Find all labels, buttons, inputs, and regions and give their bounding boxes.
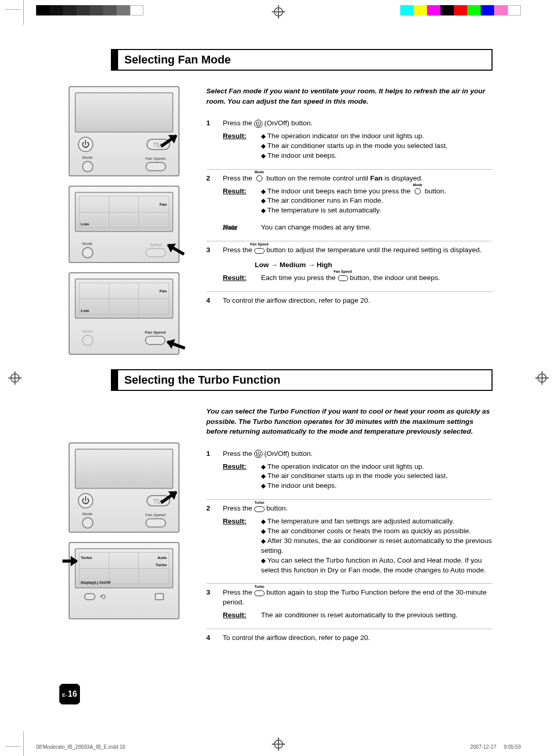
screen-fan-label: Fan: [159, 202, 167, 207]
fan-speed-label: Fan Speed: [145, 330, 166, 335]
fan-speed-button-icon: Fan Speed: [254, 246, 265, 255]
note-text: You can change modes at any time.: [261, 223, 371, 233]
result-item: The operation indicator on the indoor un…: [261, 132, 448, 141]
section-title-turbo: Selecting the Turbo Function: [111, 369, 493, 391]
turbo-intro: You can select the Turbo Function if you…: [206, 406, 493, 437]
result-item: The air conditioner starts up in the mod…: [261, 141, 448, 151]
power-icon: [254, 450, 263, 458]
mode-label: Mode: [82, 155, 92, 160]
mode-button-icon: [82, 247, 93, 258]
result-label: Result: [223, 517, 253, 575]
fan-speed-label: Fan Speed: [145, 156, 166, 161]
screen-turbo-label: Turbo: [155, 563, 167, 567]
fan-step-4: 4 To control the airflow direction, refe…: [206, 291, 493, 316]
print-footer: 08'Moderato_IB_28593A_IB_E.indd 16 2007-…: [36, 744, 521, 750]
fan-speed-button-icon: [145, 518, 166, 528]
speed-sequence: Low → Medium → High: [255, 260, 493, 270]
section-title-fan: Selecting Fan Mode: [111, 49, 493, 71]
mode-button-icon: Mode: [254, 174, 265, 183]
note-label: Note: [223, 223, 253, 233]
crop-mark: [15, 2, 31, 17]
fan-speed-label: Fan Speed: [145, 513, 166, 517]
registration-mark-left: [10, 373, 20, 383]
turbo-step-1: 1 Press the (On/Off) button. Result The …: [206, 445, 493, 500]
fan-step-1: 1 Press the (On/Off) button. Result The …: [206, 114, 493, 169]
crop-mark: [15, 739, 31, 754]
turbo-button-icon: Turbo: [254, 505, 265, 513]
mode-button-icon: [82, 161, 93, 172]
turbo-instructions: You can select the Turbo Function if you…: [206, 406, 493, 653]
temp-pill-icon: ▽|△: [146, 495, 170, 506]
power-icon: ⏻: [78, 137, 93, 152]
result-item: The temperature and fan settings are adj…: [261, 517, 493, 527]
result-label: Result: [223, 132, 253, 161]
fan-step-2: 2 Press the Mode button on the remote co…: [206, 169, 493, 241]
remote-fig-5: Turbo Auto Turbo Display(L) On/Off ⟲: [69, 542, 179, 619]
small-button-icon: [155, 593, 164, 600]
mode-label: Mode: [82, 241, 92, 246]
result-item: The air conditioner cools or heats the r…: [261, 527, 493, 536]
color-bar: [400, 5, 521, 15]
result-label: Result: [223, 273, 253, 283]
result-item: The indoor unit beeps.: [261, 151, 448, 161]
result-item: The indoor unit beeps.: [261, 481, 448, 491]
small-button-icon: [84, 593, 95, 600]
mode-label: Mode: [82, 512, 92, 516]
grayscale-bar: [36, 5, 143, 15]
remote-illustrations-turbo: ⏻ ▽|△ Mode Fan Speed Turbo Auto Turbo Di…: [59, 406, 188, 653]
result-label: Result: [223, 462, 253, 491]
result-item: The air conditioner starts up in the mod…: [261, 471, 448, 481]
remote-fig-4: ⏻ ▽|△ Mode Fan Speed: [69, 442, 179, 533]
result-item: The temperature is set automatically.: [261, 206, 446, 216]
fan-intro: Select Fan mode if you want to ventilate…: [206, 86, 493, 106]
footer-date: 2007-12-27: [470, 744, 496, 750]
power-icon: [254, 120, 263, 128]
result-item: You can select the Turbo function in Aut…: [261, 556, 493, 576]
result-item: The air conditioner runs in Fan mode.: [261, 196, 446, 206]
turbo-step-4: 4 To control the airflow direction, refe…: [206, 629, 493, 653]
power-icon: ⏻: [78, 493, 93, 508]
screen-auto-label: Auto: [157, 555, 167, 560]
result-item: The operation indicator on the indoor un…: [261, 462, 448, 472]
screen-turbo-label: Turbo: [81, 555, 92, 560]
remote-illustrations-fan: ⏻ ▽|△ Mode Fan Speed Fan Low Mode Speed: [59, 86, 188, 355]
page-number-badge: E-16: [59, 684, 80, 704]
screen-display-onoff-label: Display(L) On/Off: [81, 581, 111, 584]
remote-fig-2: Fan Low Mode Speed: [69, 186, 179, 263]
remote-fig-1: ⏻ ▽|△ Mode Fan Speed: [69, 86, 179, 176]
result-label: Result: [223, 187, 253, 216]
turbo-button-icon: Turbo: [254, 589, 265, 597]
turbo-step-3: 3 Press the Turbo button again to stop t…: [206, 583, 493, 629]
footer-time: 9:05:59: [504, 744, 521, 750]
screen-low-label: Low: [81, 222, 89, 226]
fan-speed-button-icon: [145, 162, 166, 171]
registration-mark-right: [537, 373, 547, 383]
fan-step-3: 3 Press the Fan Speed button to adjust t…: [206, 241, 493, 291]
fan-speed-button-icon: Fan Speed: [338, 274, 348, 282]
footer-file: 08'Moderato_IB_28593A_IB_E.indd 16: [36, 744, 125, 750]
screen-fan-label: Fan: [159, 289, 167, 293]
remote-fig-3: Fan Low Mode Fan Speed: [69, 272, 179, 355]
temp-pill-icon: ▽|△: [146, 139, 170, 150]
mode-button-icon: [82, 517, 93, 529]
result-item: After 30 minutes, the air conditioner is…: [261, 536, 493, 556]
result-label: Result: [223, 611, 253, 620]
fan-speed-button-icon: [145, 336, 166, 345]
fan-instructions: Select Fan mode if you want to ventilate…: [206, 86, 493, 355]
result-item: The indoor unit beeps each time you pres…: [261, 187, 446, 196]
screen-low-label: Low: [81, 308, 89, 313]
page-content: Selecting Fan Mode ⏻ ▽|△ Mode Fan Speed …: [49, 36, 508, 720]
mode-button-icon: Mode: [413, 187, 423, 195]
turbo-step-2: 2 Press the Turbo button. Result The tem…: [206, 499, 493, 583]
